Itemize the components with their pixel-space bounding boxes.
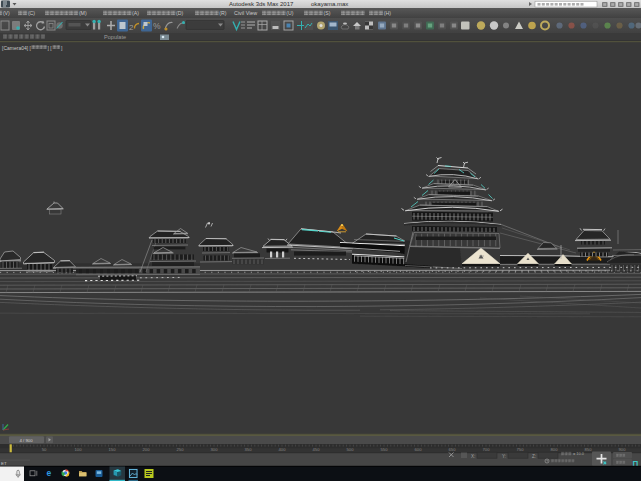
svg-text:100: 100 [75, 447, 83, 452]
svg-text:50: 50 [42, 447, 47, 452]
svg-text:700: 700 [483, 447, 491, 452]
svg-text:850: 850 [585, 447, 593, 452]
svg-text:400: 400 [279, 447, 287, 452]
svg-text:650: 650 [449, 447, 457, 452]
svg-text:250: 250 [177, 447, 185, 452]
svg-text:(M): (M) [79, 10, 87, 16]
svg-text:] [: ] [ [48, 45, 53, 51]
svg-text:Π: Π [633, 459, 639, 468]
svg-text:600: 600 [415, 447, 423, 452]
svg-text:okayama.max: okayama.max [311, 1, 348, 7]
svg-text:[Camera04] [: [Camera04] [ [2, 45, 32, 51]
svg-text:(U): (U) [286, 10, 293, 16]
svg-text:(V): (V) [3, 10, 10, 16]
svg-text:350: 350 [245, 447, 253, 452]
svg-text:450: 450 [313, 447, 321, 452]
svg-text:(D): (D) [176, 10, 183, 16]
svg-text:Z:: Z: [532, 454, 536, 459]
svg-text:ET: ET [1, 461, 7, 466]
svg-text:4 / 900: 4 / 900 [19, 438, 33, 443]
svg-text:550: 550 [381, 447, 389, 452]
svg-text:(C): (C) [28, 10, 35, 16]
svg-text:e: e [47, 468, 52, 478]
svg-text:900: 900 [619, 447, 627, 452]
svg-text:(A): (A) [132, 10, 139, 16]
svg-text:150: 150 [109, 447, 117, 452]
svg-text:(H): (H) [384, 10, 391, 16]
svg-text:2: 2 [129, 23, 134, 32]
svg-text:%: % [153, 21, 161, 31]
svg-text:500: 500 [347, 447, 355, 452]
svg-text:Populate: Populate [104, 34, 126, 40]
svg-text:Autodesk 3ds Max 2017: Autodesk 3ds Max 2017 [229, 1, 294, 7]
svg-text:300: 300 [211, 447, 219, 452]
svg-text:200: 200 [143, 447, 151, 452]
svg-text:800: 800 [551, 447, 559, 452]
svg-text:750: 750 [517, 447, 525, 452]
svg-text:X:: X: [471, 454, 475, 459]
svg-text:(R): (R) [219, 10, 226, 16]
svg-text:Y:: Y: [502, 454, 506, 459]
svg-text:= 10.0: = 10.0 [573, 451, 585, 456]
svg-text:(S): (S) [324, 10, 331, 16]
svg-text:Civil View: Civil View [234, 10, 257, 16]
